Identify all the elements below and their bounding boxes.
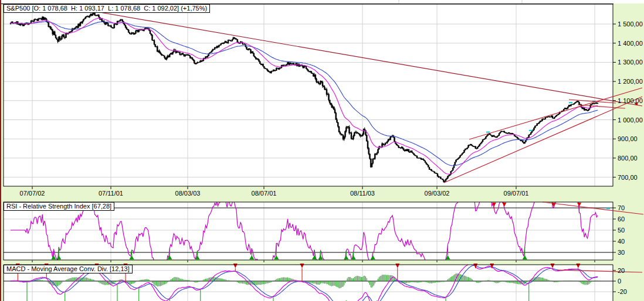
- macd-axis-label: 20: [618, 267, 625, 274]
- price-axis-label: 1 100,00: [618, 97, 643, 104]
- chart-workspace: 1 500,001 400,001 300,001 200,001 100,00…: [0, 0, 644, 301]
- date-axis-label: 08/03/03: [175, 190, 201, 197]
- rsi-panel-title: RSI - Relative Strength Index [67,28]: [4, 202, 114, 211]
- rsi-axis-label: 30: [618, 249, 625, 256]
- rsi-axis-label: 50: [618, 227, 625, 234]
- price-axis-label: 1 400,00: [618, 40, 643, 47]
- date-axis-label: 09/03/02: [425, 190, 450, 197]
- date-axis-label: 09/07/01: [504, 190, 529, 197]
- price-axis-label: 800,00: [618, 155, 638, 162]
- price-axis-label: 1 000,00: [618, 117, 643, 124]
- price-axis-label: 700,00: [618, 174, 638, 181]
- price-chart-plot-area[interactable]: [4, 4, 613, 186]
- panel-plot-areas[interactable]: [4, 4, 613, 301]
- macd-axis-label: 0: [618, 278, 621, 285]
- date-axis-label: 07/07/02: [20, 190, 45, 197]
- rsi-axis-label: 60: [618, 216, 625, 223]
- price-axis-label: 1 500,00: [618, 20, 643, 28]
- macd-panel-title: MACD - Moving Average Conv. Div. [12,13]: [4, 265, 133, 273]
- rsi-axis-label: 70: [618, 204, 625, 211]
- date-axis-label: 07/11/01: [99, 190, 123, 197]
- macd-axis-label: -20: [618, 288, 627, 295]
- rsi-axis-label: 40: [618, 238, 625, 245]
- price-axis-label: 1 300,00: [618, 59, 643, 66]
- price-axis-label: 1 200,00: [618, 78, 643, 85]
- date-axis-label: 08/07/01: [252, 190, 277, 197]
- price-axis-label: 900,00: [618, 135, 638, 142]
- charts-svg: 1 500,001 400,001 300,001 200,001 100,00…: [0, 0, 644, 301]
- price-panel-title: S&P500 [O: 1 078,68 H: 1 093,17 L: 1 078…: [4, 4, 210, 13]
- date-axis-label: 08/11/03: [350, 190, 375, 197]
